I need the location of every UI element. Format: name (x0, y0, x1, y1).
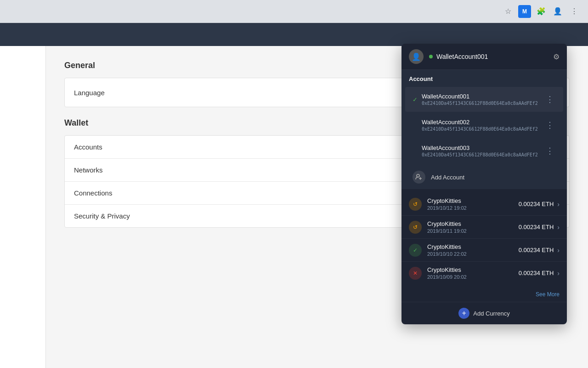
puzzle-icon[interactable]: 🧩 (535, 5, 548, 18)
tx-item-2[interactable]: ↺ CryptoKitties 2019/10/11 19:02 0.00234… (401, 216, 567, 239)
account-address-2: 0xE2410Da45f1343C6612F88d0E64Ea0c8aAAdFE… (422, 126, 544, 132)
account-item-1[interactable]: ✓ WalletAccount001 0xE2410Da45f1343C6612… (405, 87, 563, 112)
star-icon[interactable]: ☆ (502, 5, 514, 18)
account-more-icon-1[interactable]: ⋮ (544, 92, 556, 106)
profile-icon[interactable]: 👤 (551, 5, 564, 18)
account-item-2[interactable]: WalletAccount002 0xE2410Da45f1343C6612F8… (405, 113, 563, 138)
tx-chevron-4: › (557, 270, 560, 277)
add-account-label: Add Account (431, 174, 464, 181)
tx-status-icon-3: ✓ (409, 244, 422, 257)
account-item-3[interactable]: WalletAccount003 0xE2410Da45f1343C6612F8… (405, 138, 563, 163)
account-name-3: WalletAccount003 (422, 144, 544, 151)
tx-date-4: 2019/10/09 20:02 (427, 274, 519, 280)
tx-name-1: CryptoKitties (427, 197, 519, 204)
tx-info-2: CryptoKitties 2019/10/11 19:02 (427, 220, 519, 234)
add-currency-label: Add Currency (473, 310, 509, 317)
popup-account-name: WalletAccount001 (436, 53, 553, 60)
tx-info-1: CryptoKitties 2019/10/12 19:02 (427, 197, 519, 211)
app-header (0, 23, 588, 46)
tx-chevron-2: › (557, 224, 560, 231)
account-info-2: WalletAccount002 0xE2410Da45f1343C6612F8… (422, 119, 544, 132)
account-panel: Account ✓ WalletAccount001 0xE2410Da45f1… (401, 70, 567, 189)
account-name-2: WalletAccount002 (422, 119, 544, 126)
tx-item-1[interactable]: ↺ CryptoKitties 2019/10/12 19:02 0.00234… (401, 193, 567, 216)
tx-info-3: CryptoKitties 2019/10/10 22:02 (427, 243, 519, 257)
tx-name-2: CryptoKitties (427, 220, 519, 227)
add-account-row[interactable]: Add Account (405, 165, 563, 189)
svg-point-0 (417, 174, 419, 177)
check-icon-1: ✓ (413, 96, 422, 103)
account-more-icon-2[interactable]: ⋮ (544, 118, 556, 132)
extension-icon[interactable]: M (518, 5, 531, 18)
browser-chrome: ☆ M 🧩 👤 ⋮ (0, 0, 588, 23)
see-more-container: See More (401, 288, 567, 302)
add-currency-icon: + (458, 308, 469, 319)
add-currency-row[interactable]: + Add Currency (401, 302, 567, 324)
account-panel-title: Account (401, 70, 567, 86)
account-more-icon-3[interactable]: ⋮ (544, 144, 556, 158)
account-address-3: 0xE2410Da45f1343C6612F88d0E64Ea0c8aAAdFE… (422, 152, 544, 157)
account-info-1: WalletAccount001 0xE2410Da45f1343C6612F8… (422, 93, 544, 106)
menu-icon[interactable]: ⋮ (568, 5, 581, 18)
tx-amount-1: 0.00234 ETH (519, 201, 554, 207)
tx-name-4: CryptoKitties (427, 266, 519, 273)
wallet-popup[interactable]: 👤 WalletAccount001 ⚙ Account ✓ WalletAcc… (401, 44, 567, 324)
tx-amount-4: 0.00234 ETH (519, 270, 554, 276)
popup-header: 👤 WalletAccount001 ⚙ (401, 44, 567, 70)
sidebar (0, 46, 46, 368)
account-address-1: 0xE2410Da45f1343C6612F88d0E64Ea0c8aAAdFE… (422, 101, 544, 106)
account-info-3: WalletAccount003 0xE2410Da45f1343C6612F8… (422, 144, 544, 157)
tx-name-3: CryptoKitties (427, 243, 519, 250)
transaction-list: ↺ CryptoKitties 2019/10/12 19:02 0.00234… (401, 193, 567, 288)
tx-status-icon-1: ↺ (409, 198, 422, 211)
add-account-icon (413, 171, 425, 184)
tx-amount-3: 0.00234 ETH (519, 247, 554, 253)
tx-chevron-1: › (557, 201, 560, 208)
account-name-1: WalletAccount001 (422, 93, 544, 100)
tx-item-3[interactable]: ✓ CryptoKitties 2019/10/10 22:02 0.00234… (401, 239, 567, 262)
tx-chevron-3: › (557, 247, 560, 254)
tx-status-icon-2: ↺ (409, 221, 422, 234)
see-more-link[interactable]: See More (536, 291, 560, 298)
tx-item-4[interactable]: ✕ CryptoKitties 2019/10/09 20:02 0.00234… (401, 262, 567, 284)
tx-amount-2: 0.00234 ETH (519, 224, 554, 230)
status-dot (429, 55, 433, 58)
tx-date-1: 2019/10/12 19:02 (427, 205, 519, 211)
tx-date-2: 2019/10/11 19:02 (427, 228, 519, 234)
settings-gear-icon[interactable]: ⚙ (553, 52, 560, 61)
tx-date-3: 2019/10/10 22:02 (427, 251, 519, 257)
avatar: 👤 (409, 49, 424, 64)
tx-info-4: CryptoKitties 2019/10/09 20:02 (427, 266, 519, 280)
tx-status-icon-4: ✕ (409, 267, 422, 280)
